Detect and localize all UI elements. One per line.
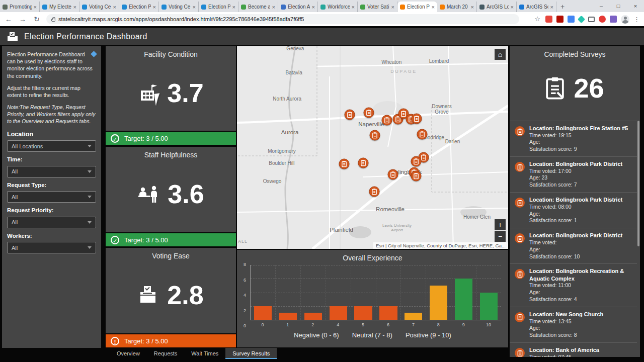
list-item[interactable]: Location: Bolingbrook Fire Station #5Tim… <box>510 121 637 156</box>
tab-close-icon[interactable]: × <box>432 4 435 10</box>
bar-1[interactable] <box>279 313 297 320</box>
tab-close-icon[interactable]: × <box>73 4 76 10</box>
browser-menu-icon[interactable]: ⋮ <box>633 16 640 23</box>
survey-marker-icon[interactable] <box>411 170 421 181</box>
browser-tab[interactable]: Promoting× <box>0 2 40 12</box>
bar-8[interactable] <box>430 286 447 320</box>
tab-close-icon[interactable]: × <box>232 4 235 10</box>
survey-age: Age: <box>529 139 628 146</box>
tab-survey-results[interactable]: Survey Results <box>225 348 277 359</box>
survey-list[interactable]: Location: Bolingbrook Fire Station #5Tim… <box>510 121 637 357</box>
tab-close-icon[interactable]: × <box>153 4 156 10</box>
browser-tab[interactable]: Election P× <box>119 2 159 12</box>
tab-close-icon[interactable]: × <box>113 4 116 10</box>
survey-marker-icon[interactable] <box>363 108 374 118</box>
zoom-out-button[interactable]: − <box>495 231 506 242</box>
browser-tab[interactable]: Voter Sati× <box>358 2 397 12</box>
address-bar[interactable]: statelocaltryit.maps.arcgis.com/apps/ops… <box>46 14 519 24</box>
workers-filter-dropdown[interactable]: All <box>7 242 96 253</box>
browser-tab[interactable]: March 20× <box>437 2 477 12</box>
screen: Promoting× My Electe× Voting Ce× Electio… <box>0 0 644 362</box>
survey-marker-icon[interactable] <box>417 129 428 139</box>
survey-marker-icon <box>515 312 525 322</box>
bar-0[interactable] <box>254 306 272 320</box>
tab-requests[interactable]: Requests <box>147 348 184 359</box>
tab-close-icon[interactable]: × <box>391 4 394 10</box>
survey-marker-icon[interactable] <box>339 159 349 169</box>
time-filter-dropdown[interactable]: All <box>7 166 96 177</box>
request-priority-filter-dropdown[interactable]: All <box>7 217 96 228</box>
browser-tab[interactable]: Become a× <box>238 2 278 12</box>
location-filter-dropdown[interactable]: All Locations <box>7 140 96 152</box>
bar-7[interactable] <box>405 313 422 320</box>
list-item[interactable]: Location: New Song ChurchTime voted: 13:… <box>510 307 637 342</box>
list-item[interactable]: Location: Bolingbrook Park DistrictTime … <box>510 228 637 263</box>
color-picker-extension-icon[interactable] <box>568 16 575 23</box>
survey-marker-icon[interactable] <box>358 158 369 168</box>
request-type-filter-dropdown[interactable]: All <box>7 191 96 203</box>
survey-marker-icon[interactable] <box>345 109 355 120</box>
survey-marker-icon[interactable] <box>411 113 422 124</box>
browser-tab[interactable]: Election P× <box>199 2 238 12</box>
forward-icon[interactable]: → <box>18 15 27 23</box>
tab-label: Election P <box>129 4 151 10</box>
browser-tab[interactable]: Election A× <box>278 2 318 12</box>
diamond-extension-icon[interactable] <box>578 15 586 23</box>
profile-avatar-icon[interactable] <box>621 15 629 24</box>
list-item[interactable]: Location: Bolingbrook Park DistrictTime … <box>510 156 637 192</box>
browser-tab-active[interactable]: Election P× <box>397 2 437 12</box>
stats-extension-icon[interactable] <box>610 16 617 23</box>
tab-wait-times[interactable]: Wait Times <box>184 348 225 359</box>
tab-close-icon[interactable]: × <box>312 4 315 10</box>
new-tab-button[interactable]: + <box>556 2 569 12</box>
bar-4[interactable] <box>330 306 347 320</box>
tab-overview[interactable]: Overview <box>110 348 147 359</box>
tab-close-icon[interactable]: × <box>511 4 514 10</box>
screen-capture-extension-icon[interactable] <box>588 17 595 22</box>
acrobat-extension-icon[interactable] <box>556 16 564 23</box>
reload-icon[interactable]: ↻ <box>32 15 41 23</box>
map-label: Romeoville <box>376 206 405 212</box>
list-item[interactable]: Location: Bolingbrook Park DistrictTime … <box>510 192 637 228</box>
survey-marker-icon[interactable] <box>369 130 380 140</box>
survey-marker-icon[interactable] <box>369 186 379 197</box>
tab-close-icon[interactable]: × <box>471 4 474 10</box>
bookmark-star-icon[interactable]: ☆ <box>533 16 541 23</box>
maximize-button[interactable]: □ <box>610 0 627 12</box>
tab-close-icon[interactable]: × <box>352 4 355 10</box>
target-text: Target: 3 / 5.00 <box>124 236 168 244</box>
browser-tab[interactable]: ArcGIS So× <box>517 2 556 12</box>
browser-tab[interactable]: Voting Ce× <box>79 2 119 12</box>
tab-close-icon[interactable]: × <box>193 4 196 10</box>
tab-close-icon[interactable]: × <box>272 4 275 10</box>
map-label: Lewis University Airport <box>381 223 413 232</box>
x-tick: 2 <box>300 322 326 327</box>
minimize-button[interactable]: – <box>593 0 610 12</box>
list-item[interactable]: Location: Bank of AmericaTime voted: 07:… <box>510 342 637 357</box>
back-icon[interactable]: ← <box>4 15 13 23</box>
tab-close-icon[interactable]: × <box>34 4 37 10</box>
bar-6[interactable] <box>379 306 397 320</box>
survey-marker-icon[interactable] <box>382 115 392 126</box>
survey-marker-icon[interactable] <box>387 169 398 180</box>
browser-tab[interactable]: Workforce× <box>318 2 358 12</box>
close-button[interactable]: × <box>627 0 644 12</box>
list-item[interactable]: Location: Bolingbrook Recreation & Aquat… <box>510 263 637 307</box>
zoom-in-button[interactable]: + <box>495 219 506 230</box>
bar-2[interactable] <box>304 313 322 320</box>
browser-tab[interactable]: My Electe× <box>40 2 79 12</box>
bar-10[interactable] <box>480 293 498 320</box>
browser-tab[interactable]: ArcGIS Lo× <box>477 2 517 12</box>
extensions-row: ☆ ⋮ <box>533 15 640 24</box>
x-tick: 9 <box>451 322 476 327</box>
opera-extension-icon[interactable] <box>599 16 606 23</box>
tab-close-icon[interactable]: × <box>550 4 553 10</box>
browser-tab[interactable]: Voting Ce× <box>159 2 199 12</box>
tag-manager-extension-icon[interactable] <box>545 16 552 23</box>
bar-5[interactable] <box>354 306 372 320</box>
map-panel[interactable]: GenevaBataviaNorth AuroraAuroraMontgomer… <box>237 46 508 249</box>
scrollbar-thumb[interactable] <box>637 121 639 246</box>
survey-marker-icon[interactable] <box>411 156 421 166</box>
home-button[interactable]: ⌂ <box>495 49 506 60</box>
bar-9[interactable] <box>455 279 472 320</box>
